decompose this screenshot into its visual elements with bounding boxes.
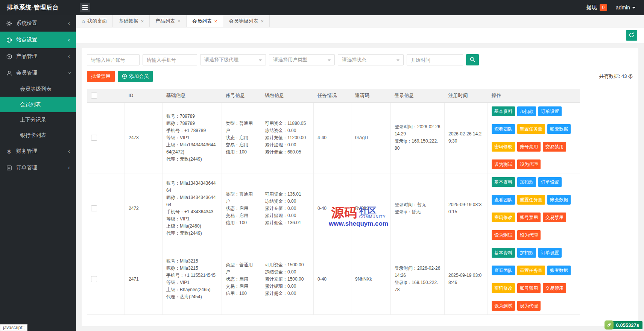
phone-input[interactable] bbox=[143, 54, 197, 65]
cell-invite-code: 9NhNXk bbox=[351, 244, 391, 314]
disable-trade-button[interactable]: 交易禁用 bbox=[543, 283, 566, 293]
caret-down-icon bbox=[328, 59, 331, 61]
tab-my-desktop[interactable]: 我的桌面 bbox=[76, 15, 113, 27]
disable-account-button[interactable]: 账号禁用 bbox=[517, 213, 541, 222]
close-tab-icon[interactable] bbox=[214, 18, 217, 24]
disable-trade-button[interactable]: 交易禁用 bbox=[543, 213, 566, 222]
tab-member-level-list[interactable]: 会员等级列表 bbox=[223, 15, 270, 27]
cube-icon bbox=[6, 53, 12, 59]
account-input[interactable] bbox=[87, 54, 140, 65]
username: admin bbox=[616, 5, 630, 11]
adjust-balance-button[interactable]: 加扣款 bbox=[517, 177, 536, 187]
status-select[interactable]: 请选择状态 bbox=[338, 54, 404, 65]
dollar-icon bbox=[6, 148, 12, 154]
basic-info-button[interactable]: 基本资料 bbox=[492, 248, 515, 258]
cell-id: 2473 bbox=[125, 102, 163, 173]
sidebar-item-system-settings[interactable]: 系统设置 bbox=[0, 15, 76, 32]
refresh-button[interactable] bbox=[626, 30, 637, 41]
view-team-button[interactable]: 查看团队 bbox=[492, 195, 515, 205]
sidebar-item-member-list[interactable]: 会员列表 bbox=[0, 97, 76, 112]
col-login-info: 登录信息 bbox=[391, 89, 445, 102]
sidebar-item-label: 订单管理 bbox=[16, 164, 37, 171]
reset-tasks-button[interactable]: 重置任务量 bbox=[517, 195, 545, 205]
hamburger-icon bbox=[82, 7, 88, 8]
view-team-button[interactable]: 查看团队 bbox=[492, 266, 515, 275]
view-team-button[interactable]: 查看团队 bbox=[492, 124, 515, 134]
balance-log-button[interactable]: 账变数据 bbox=[547, 124, 571, 134]
row-actions: 基本资料加扣款订单设置查看团队重置任务量账变数据密码修改账号禁用交易禁用设为测试… bbox=[492, 177, 576, 240]
caret-down-icon bbox=[259, 59, 262, 61]
start-time-input[interactable] bbox=[407, 54, 463, 65]
tab-label: 会员列表 bbox=[192, 18, 212, 24]
set-as-test-button[interactable]: 设为测试 bbox=[492, 230, 515, 240]
col-actions: 操作 bbox=[488, 89, 580, 102]
balance-log-button[interactable]: 账变数据 bbox=[547, 195, 571, 205]
order-settings-button[interactable]: 订单设置 bbox=[538, 177, 562, 187]
row-checkbox[interactable] bbox=[91, 135, 97, 141]
close-tab-icon[interactable] bbox=[178, 18, 181, 24]
row-checkbox[interactable] bbox=[91, 205, 97, 211]
sidebar-item-points-record[interactable]: 上下分记录 bbox=[0, 112, 76, 128]
sidebar-item-order-management[interactable]: 订单管理 bbox=[0, 159, 76, 176]
tab-basic-data[interactable]: 基础数据 bbox=[113, 15, 150, 27]
balance-log-button[interactable]: 账变数据 bbox=[547, 266, 571, 275]
disable-account-button[interactable]: 账号禁用 bbox=[517, 283, 541, 293]
cell-account-info: 类型：普通用户 状态：启用 交易：启用 信用：100 bbox=[222, 173, 261, 244]
sidebar-item-member-management[interactable]: 会员管理 bbox=[0, 65, 76, 81]
search-button[interactable] bbox=[466, 54, 479, 65]
batch-disable-button[interactable]: 批量禁用 bbox=[87, 71, 115, 82]
change-password-button[interactable]: 密码修改 bbox=[492, 213, 515, 222]
disable-account-button[interactable]: 账号禁用 bbox=[517, 142, 541, 152]
cell-login-info: 登录时间：2026-02-26 14:29 登录ip：169.150.222.8… bbox=[391, 102, 445, 173]
page-load-time: 0.055327s bbox=[605, 320, 642, 329]
sidebar-item-site-settings[interactable]: 站点设置 bbox=[0, 32, 76, 48]
reset-tasks-button[interactable]: 重置任务量 bbox=[517, 266, 545, 275]
basic-info-button[interactable]: 基本资料 bbox=[492, 177, 515, 187]
sidebar-toggle-button[interactable] bbox=[80, 3, 90, 12]
adjust-balance-button[interactable]: 加扣款 bbox=[517, 248, 536, 258]
set-as-agent-button[interactable]: 设为代理 bbox=[517, 159, 541, 169]
reset-tasks-button[interactable]: 重置任务量 bbox=[517, 124, 545, 134]
user-type-select[interactable]: 请选择用户类型 bbox=[269, 54, 335, 65]
agent-select[interactable]: 请选择下级代理 bbox=[200, 54, 266, 65]
set-as-test-button[interactable]: 设为测试 bbox=[492, 301, 515, 311]
change-password-button[interactable]: 密码修改 bbox=[492, 142, 515, 152]
cell-account-info: 类型：普通用户 状态：启用 交易：启用 信用：100 bbox=[222, 244, 261, 314]
sidebar-item-bank-card-list[interactable]: 银行卡列表 bbox=[0, 128, 76, 143]
content-area: 请选择下级代理 请选择用户类型 请选择状态 bbox=[76, 43, 644, 331]
close-tab-icon[interactable] bbox=[261, 18, 264, 24]
sidebar-item-finance-management[interactable]: 财务管理 bbox=[0, 143, 76, 159]
caret-down-icon bbox=[632, 7, 636, 9]
order-settings-button[interactable]: 订单设置 bbox=[538, 248, 562, 258]
set-as-agent-button[interactable]: 设为代理 bbox=[517, 230, 541, 240]
close-tab-icon[interactable] bbox=[141, 18, 144, 24]
cell-register-time: 2026-02-26 14:29:30 bbox=[445, 102, 488, 173]
col-account-info: 账号信息 bbox=[222, 89, 261, 102]
disable-trade-button[interactable]: 交易禁用 bbox=[543, 142, 566, 152]
chevron-left-icon bbox=[68, 37, 70, 43]
tab-product-list[interactable]: 产品列表 bbox=[150, 15, 187, 27]
withdraw-link[interactable]: 提现 bbox=[586, 4, 597, 11]
change-password-button[interactable]: 密码修改 bbox=[492, 283, 515, 293]
chevron-left-icon bbox=[68, 165, 70, 171]
cell-account-info: 类型：普通用户 状态：启用 交易：启用 信用：100 bbox=[222, 102, 261, 173]
person-icon bbox=[6, 70, 12, 76]
tab-member-list[interactable]: 会员列表 bbox=[187, 15, 223, 27]
sidebar: 系统设置 站点设置 产品管理 会员管理 会员等级列表 会员列表 上下分记录 银行… bbox=[0, 15, 76, 331]
set-as-test-button[interactable]: 设为测试 bbox=[492, 159, 515, 169]
caret-down-icon bbox=[396, 59, 399, 61]
cell-wallet-info: 可用资金：1500.00 冻结资金：0.00 累计充值：1500.00 累计提现… bbox=[261, 244, 314, 314]
order-settings-button[interactable]: 订单设置 bbox=[538, 106, 562, 116]
adjust-balance-button[interactable]: 加扣款 bbox=[517, 106, 536, 116]
cell-basic-info: 账号：789789 昵称：789789 手机号：+1 789789 等级：VIP… bbox=[163, 102, 222, 173]
row-checkbox[interactable] bbox=[91, 276, 97, 282]
sidebar-item-member-level-list[interactable]: 会员等级列表 bbox=[0, 81, 76, 97]
select-all-checkbox[interactable] bbox=[91, 93, 97, 99]
user-menu[interactable]: admin bbox=[616, 5, 636, 11]
set-as-agent-button[interactable]: 设为代理 bbox=[517, 301, 541, 311]
sidebar-item-product-management[interactable]: 产品管理 bbox=[0, 48, 76, 65]
cell-task: 4-40 bbox=[314, 102, 351, 173]
plus-circle-icon bbox=[122, 74, 127, 79]
basic-info-button[interactable]: 基本资料 bbox=[492, 106, 515, 116]
add-member-button[interactable]: 添加会员 bbox=[118, 71, 153, 82]
